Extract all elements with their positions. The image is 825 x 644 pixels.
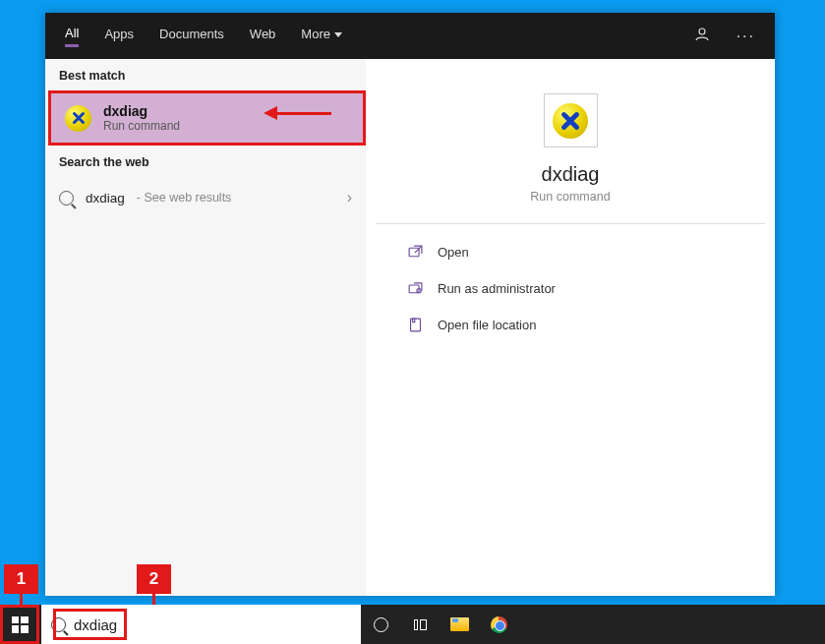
chevron-down-icon xyxy=(334,32,342,37)
start-button[interactable] xyxy=(0,605,39,644)
annotation-callout-2: 2 xyxy=(137,564,171,594)
task-view-button[interactable] xyxy=(400,605,440,644)
preview-icon-frame xyxy=(544,93,598,147)
filter-tab-bar: All Apps Documents Web More ··· xyxy=(45,13,775,59)
web-result-row[interactable]: dxdiag - See web results › xyxy=(45,177,366,218)
annotation-stem-2 xyxy=(152,594,155,605)
svg-point-0 xyxy=(699,29,705,34)
search-icon xyxy=(51,617,66,632)
panel-body: Best match dxdiag Run command Search the… xyxy=(45,59,775,596)
action-run-admin[interactable]: Run as administrator xyxy=(376,270,765,307)
preview-pane: dxdiag Run command Open Run as administr… xyxy=(376,69,765,586)
task-view-icon xyxy=(414,619,427,630)
tab-more-label: More xyxy=(301,27,330,41)
admin-icon xyxy=(407,280,424,297)
cortana-icon xyxy=(374,617,388,632)
file-explorer-button[interactable] xyxy=(440,605,479,644)
user-icon[interactable] xyxy=(693,26,711,47)
annotation-callout-1: 1 xyxy=(4,564,38,594)
annotation-arrow xyxy=(264,106,331,120)
search-icon xyxy=(59,191,74,205)
preview-sub: Run command xyxy=(530,190,610,204)
svg-rect-5 xyxy=(413,319,415,322)
location-icon xyxy=(407,317,424,333)
results-left-column: Best match dxdiag Run command Search the… xyxy=(45,59,366,596)
tab-documents[interactable]: Documents xyxy=(159,27,224,45)
search-web-label: Search the web xyxy=(45,146,366,177)
annotation-stem-1 xyxy=(20,594,23,605)
svg-rect-4 xyxy=(411,319,421,331)
cortana-button[interactable] xyxy=(361,605,400,644)
action-open-label: Open xyxy=(438,245,469,260)
dxdiag-icon xyxy=(553,103,588,139)
taskbar xyxy=(0,605,825,644)
action-open-location[interactable]: Open file location xyxy=(376,307,765,343)
web-result-sub: - See web results xyxy=(137,191,232,205)
best-match-label: Best match xyxy=(45,59,366,90)
taskbar-search-box[interactable] xyxy=(41,605,361,644)
chrome-button[interactable] xyxy=(479,605,518,644)
tab-all[interactable]: All xyxy=(65,26,79,47)
preview-title: dxdiag xyxy=(542,163,600,186)
folder-icon xyxy=(450,617,469,631)
search-input[interactable] xyxy=(74,616,351,633)
tab-web[interactable]: Web xyxy=(250,27,276,45)
chrome-icon xyxy=(491,616,507,633)
best-match-sub: Run command xyxy=(103,119,180,133)
action-list: Open Run as administrator Open file loca… xyxy=(376,224,765,353)
ellipsis-icon[interactable]: ··· xyxy=(737,28,755,45)
action-open[interactable]: Open xyxy=(376,234,765,270)
tab-more[interactable]: More xyxy=(301,27,342,45)
svg-rect-1 xyxy=(409,248,419,257)
open-icon xyxy=(407,244,424,261)
preview-header: dxdiag Run command xyxy=(376,69,765,224)
action-admin-label: Run as administrator xyxy=(438,281,556,296)
best-match-title: dxdiag xyxy=(103,103,180,119)
chevron-right-icon: › xyxy=(347,189,352,206)
dxdiag-icon xyxy=(65,105,91,132)
web-result-term: dxdiag xyxy=(86,191,125,205)
tab-apps[interactable]: Apps xyxy=(104,27,134,45)
action-location-label: Open file location xyxy=(438,318,536,332)
windows-logo-icon xyxy=(12,616,29,633)
search-results-panel: All Apps Documents Web More ··· Best mat… xyxy=(45,13,775,596)
